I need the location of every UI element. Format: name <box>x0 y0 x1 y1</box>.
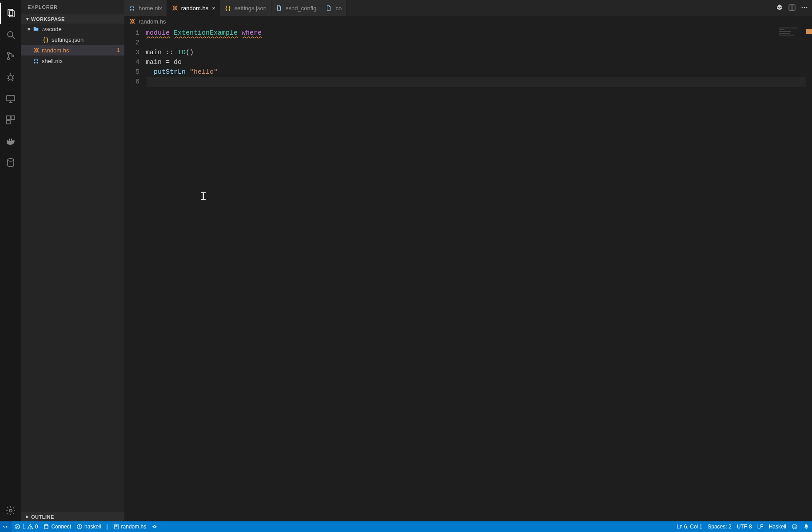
svg-line-3 <box>12 36 15 39</box>
activity-explorer[interactable] <box>0 3 21 24</box>
outline-header[interactable]: ▸ OUTLINE <box>21 512 124 521</box>
svg-point-4 <box>8 52 10 55</box>
tab-settings-json[interactable]: settings.json <box>220 0 271 16</box>
tab-label: sshd_config <box>286 5 316 12</box>
chevron-down-icon: ▾ <box>24 16 31 22</box>
breadcrumb[interactable]: random.hs <box>124 16 812 27</box>
editor-body[interactable]: 123456 module ExtentionExample where mai… <box>124 27 812 521</box>
status-remote[interactable] <box>0 521 12 532</box>
tabs-row: home.nixrandom.hs×settings.jsonsshd_conf… <box>124 0 812 16</box>
haskell-icon <box>171 5 179 11</box>
tree-label: settings.json <box>52 36 120 43</box>
svg-point-18 <box>806 7 807 8</box>
more-icon[interactable] <box>800 4 808 13</box>
status-sync[interactable] <box>149 521 160 532</box>
haskell-icon <box>32 47 40 53</box>
tabs: home.nixrandom.hs×settings.jsonsshd_conf… <box>124 0 772 16</box>
svg-point-5 <box>8 58 10 60</box>
status-bell[interactable] <box>800 521 812 532</box>
editor-group: home.nixrandom.hs×settings.jsonsshd_conf… <box>124 0 812 521</box>
status-connect-label: Connect <box>51 524 71 530</box>
status-connect[interactable]: Connect <box>40 521 74 532</box>
svg-point-7 <box>8 75 13 80</box>
tab-sshd_config[interactable]: sshd_config <box>271 0 321 16</box>
close-icon[interactable]: × <box>212 5 215 12</box>
nix-icon <box>32 58 40 64</box>
explorer-sidebar: EXPLORER ▾ WORKSPASE ▾.vscodesettings.js… <box>21 0 124 521</box>
tree-label: random.hs <box>42 47 114 54</box>
gutter: 123456 <box>124 27 146 521</box>
status-warnings: 0 <box>35 524 38 530</box>
tree-file[interactable]: random.hs1 <box>21 45 124 56</box>
minimap[interactable] <box>779 28 806 41</box>
file-icon <box>326 5 333 11</box>
file-icon <box>276 5 283 11</box>
workspace-label: WORKSPASE <box>31 16 65 22</box>
activity-database[interactable] <box>0 152 21 173</box>
tab-co[interactable]: co <box>321 0 346 16</box>
explorer-title: EXPLORER <box>21 0 124 14</box>
tab-label: random.hs <box>181 5 208 12</box>
copilot-icon[interactable] <box>776 4 784 13</box>
activity-bar <box>0 0 21 521</box>
tabs-actions <box>772 0 812 16</box>
breadcrumb-file: random.hs <box>139 18 166 25</box>
activity-settings[interactable] <box>0 500 21 521</box>
status-file-label: random.hs <box>121 524 147 530</box>
tab-label: settings.json <box>235 5 267 12</box>
split-editor-icon[interactable] <box>788 4 796 13</box>
tree-file[interactable]: settings.json <box>21 34 124 45</box>
svg-point-33 <box>794 526 794 526</box>
status-eol[interactable]: LF <box>755 521 766 532</box>
folder-icon <box>32 26 40 32</box>
svg-point-2 <box>8 32 13 37</box>
chevron-right-icon: ▸ <box>24 514 31 520</box>
svg-point-12 <box>8 159 14 161</box>
tab-label: home.nix <box>139 5 162 12</box>
status-lsp[interactable]: haskell <box>74 521 103 532</box>
code-area[interactable]: module ExtentionExample where main :: IO… <box>146 27 806 521</box>
workspace-header[interactable]: ▾ WORKSPASE <box>21 14 124 24</box>
editor-scrollbar[interactable] <box>806 27 812 521</box>
svg-point-13 <box>9 509 12 512</box>
tree-file[interactable]: shell.nix <box>21 56 124 66</box>
tab-random-hs[interactable]: random.hs× <box>167 0 220 16</box>
svg-point-31 <box>154 526 156 528</box>
svg-rect-0 <box>8 9 13 16</box>
tab-home-nix[interactable]: home.nix <box>124 0 167 16</box>
tree-label: .vscode <box>42 26 120 32</box>
svg-rect-1 <box>9 11 14 17</box>
status-problems[interactable]: 1 0 <box>12 521 40 532</box>
svg-point-24 <box>44 524 48 526</box>
svg-rect-10 <box>11 116 15 119</box>
haskell-icon <box>129 18 137 24</box>
activity-docker[interactable] <box>0 131 21 152</box>
status-file[interactable]: random.hs <box>111 521 149 532</box>
status-feedback[interactable] <box>789 521 800 532</box>
problem-badge: 1 <box>114 47 120 53</box>
status-bar: 1 0 Connect haskell | random.hs Ln 6, Co… <box>0 521 812 532</box>
status-spaces[interactable]: Spaces: 2 <box>705 521 734 532</box>
activity-source-control[interactable] <box>0 45 21 67</box>
overview-warning-marker[interactable] <box>806 29 812 34</box>
file-tree: ▾.vscodesettings.jsonrandom.hs1shell.nix <box>21 24 124 512</box>
activity-search[interactable] <box>0 24 21 45</box>
svg-point-6 <box>12 55 14 57</box>
tab-label: co <box>335 5 342 12</box>
status-cursor[interactable]: Ln 6, Col 1 <box>674 521 705 532</box>
activity-remote[interactable] <box>0 88 21 109</box>
svg-point-32 <box>792 524 797 529</box>
activity-debug[interactable] <box>0 67 21 88</box>
activity-extensions[interactable] <box>0 109 21 131</box>
svg-point-17 <box>804 7 805 8</box>
svg-point-34 <box>795 526 796 526</box>
svg-point-27 <box>80 528 80 528</box>
status-language[interactable]: Haskell <box>766 521 789 532</box>
svg-point-23 <box>30 528 30 528</box>
status-divider: | <box>103 521 110 532</box>
status-encoding[interactable]: UTF-8 <box>734 521 755 532</box>
tree-label: shell.nix <box>42 58 120 64</box>
tree-folder[interactable]: ▾.vscode <box>21 24 124 34</box>
svg-rect-9 <box>7 116 10 119</box>
status-errors: 1 <box>22 524 25 530</box>
